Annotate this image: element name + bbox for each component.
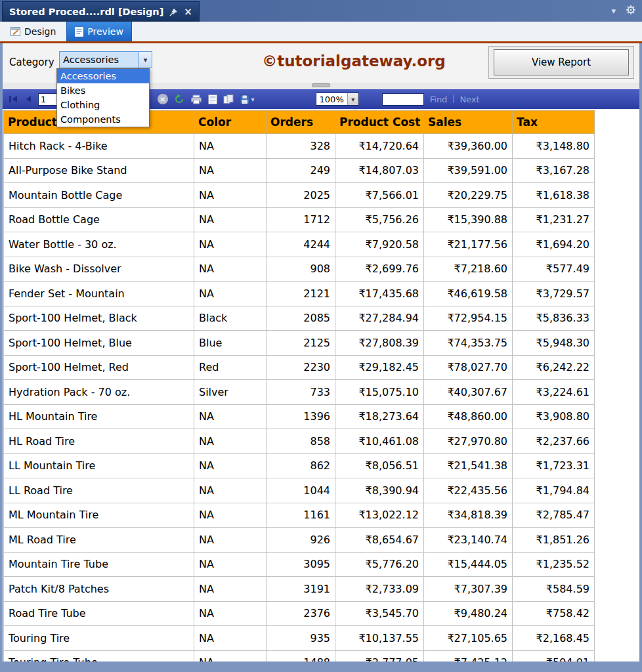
table-cell: ₹2,699.76 bbox=[335, 257, 424, 282]
table-cell: ₹3,148.80 bbox=[513, 134, 595, 159]
table-cell: ₹7,218.60 bbox=[424, 257, 513, 282]
column-header: Sales bbox=[424, 111, 513, 134]
vs-window: Stored Proced....rdl [Design] × ▾ Design… bbox=[0, 0, 642, 672]
dropdown-option[interactable]: Accessories bbox=[57, 69, 149, 83]
table-cell: NA bbox=[194, 453, 267, 478]
table-cell: 858 bbox=[267, 429, 335, 454]
table-cell: ₹74,353.75 bbox=[424, 331, 513, 356]
tab-preview[interactable]: Preview bbox=[66, 22, 132, 41]
previous-page-icon[interactable] bbox=[24, 93, 32, 105]
dropdown-option[interactable]: Bikes bbox=[57, 83, 149, 98]
table-cell: ₹10,461.08 bbox=[335, 429, 424, 454]
dropdown-arrow-icon[interactable]: ▾ bbox=[139, 52, 152, 68]
table-cell: NA bbox=[194, 429, 267, 454]
chevron-down-icon[interactable]: ▾ bbox=[611, 6, 616, 16]
table-cell: ₹2,777.05 bbox=[335, 650, 424, 662]
refresh-icon[interactable] bbox=[174, 93, 184, 105]
table-cell: 2125 bbox=[267, 331, 335, 356]
gear-icon[interactable] bbox=[626, 5, 635, 16]
stop-rendering-icon[interactable]: × bbox=[158, 94, 168, 104]
pin-icon[interactable] bbox=[169, 6, 178, 18]
find-input[interactable] bbox=[382, 93, 424, 106]
table-cell: ₹15,444.05 bbox=[424, 552, 513, 577]
table-cell: ₹584.59 bbox=[513, 577, 595, 602]
table-cell: ₹17,435.68 bbox=[335, 282, 424, 306]
table-cell: ₹1,235.52 bbox=[513, 552, 595, 577]
column-header: Product Cost bbox=[335, 111, 424, 134]
table-row: Road Bottle CageNA1712₹5,756.26₹15,390.8… bbox=[4, 207, 595, 232]
view-report-button[interactable]: View Report bbox=[494, 49, 629, 75]
table-row: Mountain Tire TubeNA3095₹5,776.20₹15,444… bbox=[4, 552, 595, 577]
table-cell: ₹22,435.56 bbox=[424, 478, 513, 503]
report-canvas: Product NameColorOrdersProduct CostSales… bbox=[3, 109, 639, 662]
table-cell: 1488 bbox=[267, 650, 335, 662]
print-layout-icon[interactable] bbox=[208, 93, 217, 105]
preview-icon bbox=[75, 26, 83, 37]
table-row: Mountain Bottle CageNA2025₹7,566.01₹20,2… bbox=[4, 183, 595, 208]
table-cell: ₹8,390.94 bbox=[335, 478, 424, 503]
table-cell: ₹1,694.20 bbox=[513, 232, 595, 257]
table-cell: ₹2,168.45 bbox=[513, 626, 595, 651]
dropdown-option[interactable]: Components bbox=[57, 112, 149, 127]
table-cell: Water Bottle - 30 oz. bbox=[4, 232, 194, 257]
table-cell: 862 bbox=[267, 453, 335, 478]
table-cell: ₹18,273.64 bbox=[335, 404, 424, 429]
table-cell: ₹10,137.55 bbox=[335, 626, 424, 651]
zoom-caret-icon[interactable]: ▾ bbox=[347, 93, 358, 105]
table-cell: Hydration Pack - 70 oz. bbox=[4, 380, 194, 405]
table-cell: NA bbox=[194, 503, 267, 528]
table-cell: Red bbox=[194, 355, 267, 380]
table-cell: 1161 bbox=[267, 503, 335, 528]
table-cell: ₹1,851.26 bbox=[513, 528, 595, 553]
table-cell: ₹3,167.28 bbox=[513, 158, 595, 183]
table-row: ML Mountain TireNA1161₹13,022.12₹34,818.… bbox=[4, 503, 595, 528]
table-row: ML Road TireNA926₹8,654.67₹23,140.74₹1,8… bbox=[4, 528, 595, 553]
export-icon[interactable]: ▾ bbox=[240, 93, 255, 105]
table-cell: NA bbox=[194, 478, 267, 503]
table-cell: ₹3,545.70 bbox=[335, 601, 424, 626]
document-tab[interactable]: Stored Proced....rdl [Design] × bbox=[2, 1, 200, 22]
table-row: Touring Tire TubeNA1488₹2,777.05₹7,425.1… bbox=[4, 650, 595, 662]
table-cell: ₹15,075.10 bbox=[335, 380, 424, 405]
table-cell: Black bbox=[194, 306, 267, 331]
table-cell: NA bbox=[194, 404, 267, 429]
dropdown-option[interactable]: Clothing bbox=[57, 98, 149, 112]
page-setup-icon[interactable] bbox=[223, 93, 234, 105]
table-cell: NA bbox=[194, 257, 267, 282]
table-cell: ₹27,105.65 bbox=[424, 626, 513, 651]
table-cell: 2121 bbox=[267, 282, 335, 306]
table-cell: NA bbox=[194, 601, 267, 626]
table-row: All-Purpose Bike StandNA249₹14,807.03₹39… bbox=[4, 158, 595, 183]
print-icon[interactable] bbox=[190, 93, 202, 105]
table-cell: ₹15,390.88 bbox=[424, 207, 513, 232]
export-caret-icon[interactable]: ▾ bbox=[251, 96, 255, 103]
close-icon[interactable]: × bbox=[184, 7, 192, 17]
table-cell: ₹3,729.57 bbox=[513, 282, 595, 306]
table-cell: ₹6,242.22 bbox=[513, 355, 595, 380]
table-cell: NA bbox=[194, 158, 267, 183]
tab-design[interactable]: Design bbox=[5, 22, 61, 41]
splitter-handle[interactable] bbox=[312, 83, 330, 87]
category-dropdown[interactable]: Accessories ▾ bbox=[59, 51, 152, 68]
first-page-icon[interactable] bbox=[8, 93, 18, 105]
tab-preview-label: Preview bbox=[87, 26, 123, 37]
table-cell: ML Road Tire bbox=[4, 528, 194, 553]
table-cell: ₹7,920.58 bbox=[335, 232, 424, 257]
view-report-panel: View Report bbox=[488, 46, 634, 79]
zoom-dropdown[interactable]: 100% ▾ bbox=[316, 93, 359, 106]
table-cell: Touring Tire Tube bbox=[4, 650, 194, 662]
table-cell: ₹46,619.58 bbox=[424, 282, 513, 306]
table-cell: ₹1,794.84 bbox=[513, 478, 595, 503]
table-row: Hydration Pack - 70 oz.Silver733₹15,075.… bbox=[4, 380, 595, 405]
find-next-button[interactable]: Next bbox=[460, 94, 479, 104]
table-row: Sport-100 Helmet, BlueBlue2125₹27,808.39… bbox=[4, 331, 595, 356]
table-cell: ₹39,591.00 bbox=[424, 158, 513, 183]
table-cell: NA bbox=[194, 552, 267, 577]
column-header: Tax bbox=[513, 111, 595, 134]
table-cell: ₹5,756.26 bbox=[335, 207, 424, 232]
table-cell: ₹3,908.80 bbox=[513, 404, 595, 429]
table-cell: NA bbox=[194, 282, 267, 306]
find-button[interactable]: Find bbox=[430, 94, 448, 104]
table-cell: ML Mountain Tire bbox=[4, 503, 194, 528]
table-cell: 1044 bbox=[267, 478, 335, 503]
